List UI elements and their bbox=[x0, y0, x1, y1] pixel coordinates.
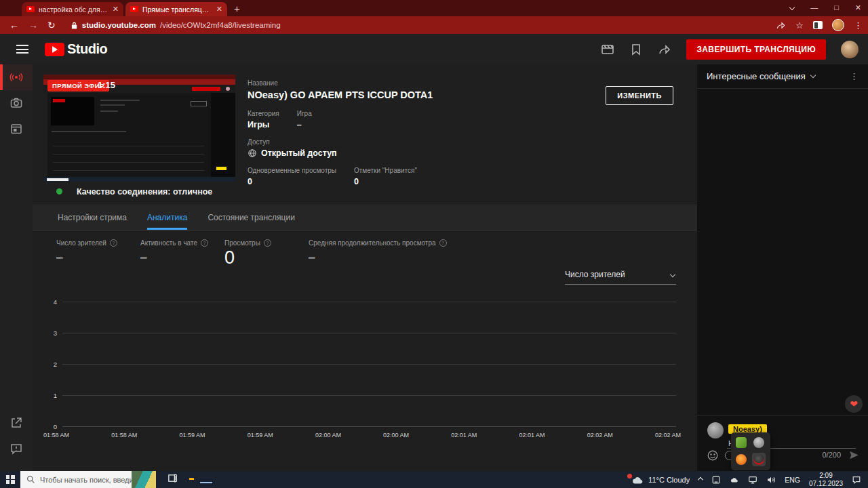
sidebar-item-feedback[interactable] bbox=[0, 436, 33, 462]
weather-text: 11°C Cloudy bbox=[648, 476, 690, 484]
browser-tab-live-streams[interactable]: Прямые трансляции - YouTub ✕ bbox=[125, 2, 227, 16]
side-panel-icon[interactable] bbox=[813, 21, 823, 29]
share-arrow-icon[interactable] bbox=[658, 43, 671, 56]
open-in-new-icon bbox=[9, 416, 23, 430]
share-icon[interactable] bbox=[776, 20, 786, 30]
window-maximize-button[interactable]: □ bbox=[834, 3, 839, 12]
taskbar-search[interactable]: Чтобы начать поиск, введите bbox=[20, 471, 156, 488]
edit-button[interactable]: ИЗМЕНИТЬ bbox=[606, 86, 673, 105]
access-label: Доступ bbox=[248, 138, 670, 146]
chat-header[interactable]: Интересные сообщения ⋮ bbox=[697, 64, 868, 89]
chat-menu-icon[interactable]: ⋮ bbox=[850, 71, 859, 81]
bookmark-star-icon[interactable]: ☆ bbox=[795, 20, 804, 30]
x-tick: 01:59 AM bbox=[179, 432, 205, 439]
metric-views: Просмотры? 0 bbox=[224, 239, 309, 268]
back-icon[interactable]: ← bbox=[9, 20, 19, 30]
tab-close-icon[interactable]: ✕ bbox=[113, 5, 119, 14]
search-icon bbox=[26, 475, 35, 484]
help-icon[interactable]: ? bbox=[201, 239, 208, 247]
chart-x-axis: 01:58 AM 01:58 AM 01:59 AM 01:59 AM 02:0… bbox=[43, 432, 681, 439]
onedrive-icon[interactable] bbox=[730, 475, 739, 485]
window-close-button[interactable]: ✕ bbox=[855, 3, 861, 12]
windows-taskbar: Чтобы начать поиск, введите 11°C Cloudy … bbox=[0, 471, 868, 488]
start-button[interactable] bbox=[0, 471, 20, 488]
network-icon[interactable] bbox=[748, 475, 757, 485]
sidebar-item-stream[interactable] bbox=[0, 64, 33, 90]
help-icon[interactable]: ? bbox=[264, 239, 271, 247]
reload-icon[interactable]: ↻ bbox=[47, 20, 56, 30]
metric-value: – bbox=[309, 251, 444, 264]
channel-avatar[interactable] bbox=[841, 41, 859, 58]
heart-reaction-button[interactable]: ❤ bbox=[845, 395, 863, 413]
camera-icon bbox=[9, 96, 23, 110]
emoji-picker-icon[interactable] bbox=[707, 449, 719, 462]
volume-icon[interactable] bbox=[766, 475, 776, 485]
mini-video-box bbox=[51, 97, 94, 125]
browser-tabstrip: настройка обс для ютуб на до ✕ Прямые тр… bbox=[0, 0, 868, 16]
end-stream-button[interactable]: ЗАВЕРШИТЬ ТРАНСЛЯЦИЮ bbox=[686, 39, 826, 60]
chat-user-avatar[interactable] bbox=[707, 422, 724, 439]
send-icon[interactable] bbox=[848, 449, 860, 461]
category-value: Игры bbox=[248, 120, 279, 129]
hamburger-menu-icon[interactable] bbox=[16, 45, 28, 54]
forward-icon[interactable]: → bbox=[28, 20, 38, 30]
tab-stream-health[interactable]: Состояние трансляции bbox=[208, 206, 294, 230]
browser-profile-avatar[interactable] bbox=[832, 19, 844, 31]
sidebar-item-webcam[interactable] bbox=[0, 90, 33, 116]
metric-value: 0 bbox=[224, 247, 309, 268]
help-icon[interactable]: ? bbox=[439, 239, 447, 247]
active-app-indicator bbox=[200, 482, 212, 483]
language-indicator[interactable]: ENG bbox=[785, 476, 800, 484]
y-tick: 0 bbox=[45, 423, 57, 430]
mini-browser-tabstrip bbox=[43, 75, 235, 79]
metric-label: Средняя продолжительность просмотра bbox=[309, 239, 436, 247]
browser-menu-icon[interactable]: ⋮ bbox=[854, 20, 863, 30]
bookmark-icon[interactable] bbox=[629, 43, 643, 56]
studio-header: Studio ЗАВЕРШИТЬ ТРАНСЛЯЦИЮ bbox=[0, 34, 868, 64]
dark-skull-emote[interactable] bbox=[752, 453, 766, 466]
studio-brand[interactable]: Studio bbox=[67, 41, 107, 57]
access-value: Открытый доступ bbox=[261, 148, 337, 158]
category-block: Категория Игры bbox=[248, 110, 279, 129]
schedule-icon bbox=[9, 122, 23, 136]
stream-preview-player[interactable]: ПРЯМОЙ ЭФИР 1:15 bbox=[43, 75, 235, 182]
y-tick: 1 bbox=[45, 392, 57, 399]
sidebar-item-settings-edit[interactable] bbox=[0, 410, 33, 436]
taskbar-clock[interactable]: 2:09 07.12.2023 bbox=[809, 472, 843, 487]
tab-close-icon[interactable]: ✕ bbox=[216, 5, 222, 14]
x-tick: 02:01 AM bbox=[451, 432, 477, 439]
tab-stream-settings[interactable]: Настройки стрима bbox=[58, 206, 127, 230]
youtube-favicon bbox=[26, 6, 35, 12]
chart-metric-selector[interactable]: Число зрителей bbox=[565, 270, 676, 285]
green-emote[interactable] bbox=[734, 436, 748, 449]
metric-chat-activity: Активность в чате? – bbox=[140, 239, 224, 268]
tab-analytics[interactable]: Аналитика bbox=[147, 206, 187, 230]
create-video-icon[interactable] bbox=[601, 43, 614, 56]
search-placeholder: Чтобы начать поиск, введите bbox=[40, 476, 141, 484]
search-highlight-image[interactable] bbox=[132, 471, 156, 488]
youtube-logo[interactable] bbox=[45, 43, 64, 56]
x-tick: 02:00 AM bbox=[383, 432, 409, 439]
concurrent-views-label: Одновременные просмотры bbox=[248, 167, 336, 174]
weather-widget[interactable]: 11°C Cloudy bbox=[631, 475, 690, 485]
tab-search-chevron-icon[interactable] bbox=[789, 5, 795, 10]
fire-emote[interactable] bbox=[734, 453, 748, 466]
clock-time: 2:09 bbox=[809, 472, 843, 480]
connection-status-text: Качество соединения: отличное bbox=[77, 187, 212, 197]
face-emote[interactable] bbox=[752, 436, 766, 449]
new-tab-button[interactable]: + bbox=[234, 3, 240, 16]
window-minimize-button[interactable]: — bbox=[810, 3, 818, 12]
browser-tab-obs-setup[interactable]: настройка обс для ютуб на до ✕ bbox=[22, 2, 123, 16]
tray-expand-icon[interactable] bbox=[698, 476, 703, 482]
metric-value: – bbox=[140, 251, 224, 264]
browser-toolbar: ← → ↻ studio.youtube.com/video/cOWtx2mf4… bbox=[0, 16, 868, 34]
sidebar-item-manage[interactable] bbox=[0, 116, 33, 142]
task-view-button[interactable] bbox=[167, 473, 178, 486]
help-icon[interactable]: ? bbox=[110, 239, 117, 247]
address-bar[interactable]: studio.youtube.com/video/cOWtx2mf4a8/liv… bbox=[71, 21, 281, 30]
category-label: Категория bbox=[248, 110, 279, 117]
action-center-icon[interactable] bbox=[852, 475, 861, 485]
main-content: ПРЯМОЙ ЭФИР 1:15 Название NOeasy) GO APA… bbox=[33, 64, 697, 471]
tablet-mode-icon[interactable] bbox=[711, 475, 721, 485]
x-tick: 02:01 AM bbox=[519, 432, 545, 439]
